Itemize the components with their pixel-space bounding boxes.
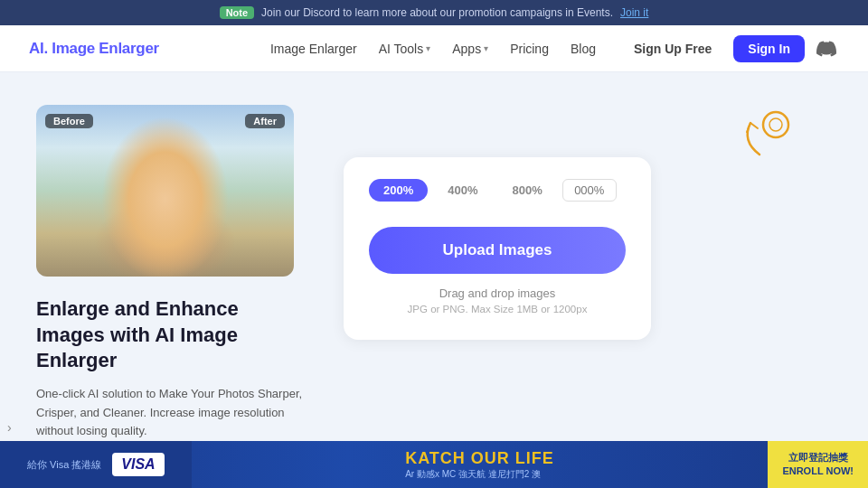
annotation-graphic (723, 105, 796, 168)
upload-card: 200% 400% 800% Upload Images Drag and dr… (344, 157, 651, 340)
upload-button[interactable]: Upload Images (369, 227, 626, 274)
ad-cta-button[interactable]: 立即登記抽獎ENROLL NOW! (768, 441, 868, 488)
drag-drop-text: Drag and drop images (369, 286, 626, 300)
size-800-button[interactable]: 800% (498, 179, 557, 202)
scroll-indicator: › (0, 414, 36, 441)
hero-title: Enlarge and Enhance Images with AI Image… (36, 296, 307, 374)
nav-ai-tools[interactable]: AI Tools ▾ (370, 36, 440, 61)
top-banner: Note Join our Discord to learn more abou… (0, 0, 868, 25)
ad-cta-label: 立即登記抽獎ENROLL NOW! (782, 451, 854, 479)
size-400-button[interactable]: 400% (433, 179, 492, 202)
right-column: 200% 400% 800% Upload Images Drag and dr… (344, 105, 832, 488)
banner-link[interactable]: Join it (620, 6, 648, 19)
nav-image-enlarger[interactable]: Image Enlarger (261, 36, 366, 61)
svg-point-1 (769, 118, 782, 131)
navbar: AI. Image Enlarger Image Enlarger AI Too… (0, 25, 868, 72)
ad-center: KATCH OUR LIFE Ar 動感x MC 強天航 達尼打門2 澳 (192, 449, 769, 481)
hero-photo (36, 105, 294, 277)
ad-banner[interactable]: 給你 Visa 搖港線 VISA KATCH OUR LIFE Ar 動感x M… (0, 441, 868, 488)
nav-blog[interactable]: Blog (561, 36, 605, 61)
ad-note-text: Ar 動感x MC 強天航 達尼打門2 澳 (405, 468, 554, 481)
banner-text: Join our Discord to learn more about our… (261, 6, 613, 19)
nav-links: Image Enlarger AI Tools ▾ Apps ▾ Pricing… (261, 36, 605, 61)
nav-pricing[interactable]: Pricing (501, 36, 558, 61)
note-badge: Note (220, 6, 254, 19)
size-200-button[interactable]: 200% (369, 179, 428, 202)
logo: AI. Image Enlarger (29, 40, 159, 58)
svg-point-0 (763, 112, 788, 137)
file-info-text: JPG or PNG. Max Size 1MB or 1200px (369, 304, 626, 314)
size-options: 200% 400% 800% (369, 179, 626, 202)
chevron-down-icon: ▾ (426, 43, 430, 53)
visa-logo: VISA (112, 453, 164, 476)
before-badge: Before (45, 114, 93, 128)
discord-icon[interactable] (814, 36, 839, 61)
after-badge: After (245, 114, 285, 128)
chevron-down-icon: ▾ (484, 43, 488, 53)
left-column: Before After Enlarge and Enhance Images … (36, 105, 307, 488)
custom-size-input[interactable] (562, 179, 617, 202)
scroll-chevron-icon: › (7, 420, 12, 435)
nav-actions: Sign Up Free Sign In (621, 35, 839, 62)
signin-button[interactable]: Sign In (733, 35, 805, 62)
main-content: Before After Enlarge and Enhance Images … (0, 72, 868, 488)
ad-sub-text: 給你 Visa 搖港線 (27, 458, 101, 472)
hero-subtitle: One-click AI solution to Make Your Photo… (36, 385, 307, 441)
nav-apps[interactable]: Apps ▾ (443, 36, 497, 61)
katch-text: KATCH OUR LIFE (405, 449, 554, 468)
signup-button[interactable]: Sign Up Free (621, 35, 724, 62)
hero-image-wrapper: Before After (36, 105, 294, 277)
ad-left: 給你 Visa 搖港線 VISA (0, 441, 192, 488)
